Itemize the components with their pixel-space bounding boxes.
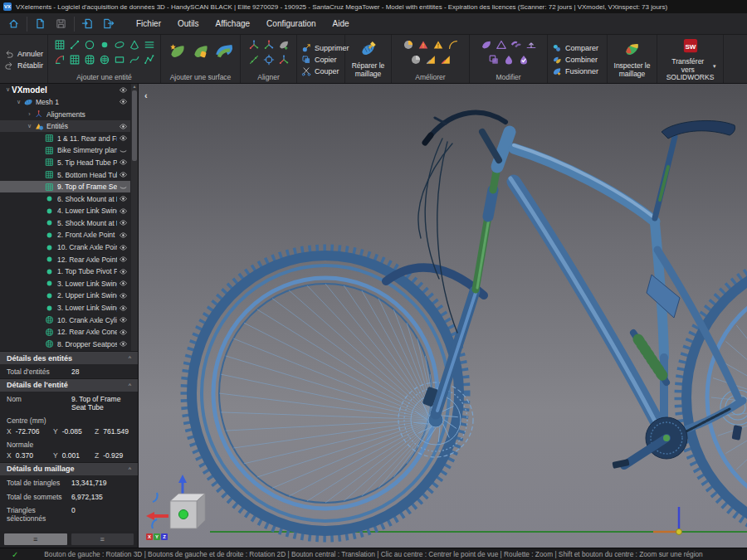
eye-open-icon[interactable] (117, 231, 129, 240)
align-surface-icon[interactable] (276, 37, 291, 52)
sidebar-collapse-button[interactable]: ‹ (144, 90, 148, 100)
eye-open-icon[interactable] (117, 218, 129, 227)
chevron-down-icon[interactable]: ∨ (15, 99, 22, 105)
surface-auto-icon[interactable] (166, 37, 189, 66)
tree-item-10-crank-axle-point[interactable]: 10. Crank Axle Point (0, 241, 130, 254)
eye-open-icon[interactable] (117, 315, 129, 324)
tree-item-4-lower-link-swing[interactable]: 4. Lower Link Swing (0, 205, 130, 217)
modify-drop-icon[interactable] (501, 52, 516, 67)
export-icon[interactable] (98, 15, 119, 33)
tree-item-5-bottom-head-tub[interactable]: 5. Bottom Head Tub (0, 168, 130, 181)
improve-decimate-icon[interactable] (423, 52, 438, 67)
menu-outils[interactable]: Outils (170, 16, 207, 32)
tree-item-vxmodel[interactable]: ∨VXmodel (0, 84, 130, 96)
eye-open-icon[interactable] (117, 255, 129, 264)
eye-open-icon[interactable] (117, 328, 129, 337)
tree-item-bike-simmetry-plane[interactable]: Bike Simmetry plane (0, 144, 130, 157)
chevron-right-icon[interactable]: › (26, 111, 33, 117)
tree-item-1-11-rear-and-fro[interactable]: 1 & 11. Rear and Fro (0, 132, 130, 144)
comparer-button[interactable]: Comparer (549, 43, 605, 54)
entities-details-header[interactable]: Détails des entités ^ (0, 351, 138, 364)
entity-rectangle-icon[interactable] (112, 52, 127, 67)
improve-defect-icon[interactable] (416, 37, 431, 52)
modify-check-icon[interactable] (516, 52, 531, 67)
modify-separate-icon[interactable] (509, 37, 524, 52)
menu-configuration[interactable]: Configuration (259, 16, 323, 32)
eye-open-icon[interactable] (117, 122, 129, 131)
tree-item-12-rear-axle-point[interactable]: 12. Rear Axle Point (0, 253, 130, 265)
tree-item-3-lower-link-swing[interactable]: 3. Lower Link Swing (0, 302, 130, 314)
entity-plane-icon[interactable] (52, 37, 67, 52)
modify-patch-icon[interactable] (479, 37, 494, 52)
chevron-down-icon[interactable]: ∨ (26, 123, 33, 129)
tab-tree-view[interactable]: ≡ (4, 533, 67, 545)
tree-item-10-crank-axle-cylin[interactable]: 10. Crank Axle Cylin (0, 314, 130, 326)
eye-open-icon[interactable] (117, 170, 129, 179)
improve-fill-hole-icon[interactable] (401, 37, 416, 52)
couper-button[interactable]: Couper (299, 66, 343, 77)
improve-spike-icon[interactable] (431, 37, 446, 52)
entity-ellipse-icon[interactable] (112, 37, 127, 52)
transfer-solidworks-button[interactable]: SW Transférer vers▾ SOLIDWORKS (665, 37, 716, 82)
tree-item-entites[interactable]: ∨Entités (0, 120, 130, 133)
surface-curved-icon[interactable] (212, 37, 236, 66)
annuler-button[interactable]: Annuler (2, 49, 46, 60)
tree-item-8-dropper-seatpost[interactable]: 8. Dropper Seatpost (0, 338, 130, 351)
tree-item-9-top-of-frame-seat[interactable]: 9. Top of Frame Seat (0, 181, 130, 193)
tree-item-2-front-axle-point[interactable]: 2. Front Axle Point (0, 229, 130, 241)
improve-refine-icon[interactable] (438, 52, 453, 67)
home-icon[interactable] (3, 15, 24, 33)
tree-item-2-upper-link-swing[interactable]: 2. Upper Link Swing (0, 290, 130, 302)
copier-button[interactable]: Copier (299, 55, 343, 66)
tree-item-5-tip-head-tube-pl[interactable]: 5. Tip Head Tube Pl (0, 157, 130, 169)
combiner-button[interactable]: Combiner (549, 55, 605, 66)
align-line-icon[interactable] (247, 52, 261, 67)
eye-open-icon[interactable] (117, 134, 129, 143)
eye-open-icon[interactable] (117, 85, 129, 95)
entity-grid-icon[interactable] (67, 52, 82, 67)
eye-closed-icon[interactable] (117, 183, 129, 192)
entity-point-icon[interactable] (97, 37, 112, 52)
import-icon[interactable] (77, 15, 98, 33)
entity-sphere-icon[interactable] (97, 52, 112, 67)
entity-arc-icon[interactable] (52, 52, 67, 67)
modify-boolean-icon[interactable] (486, 52, 501, 67)
tree-item-3-lower-link-swing[interactable]: 3. Lower Link Swing (0, 278, 130, 290)
chevron-down-icon[interactable]: ∨ (4, 86, 12, 93)
tab-list-view[interactable]: ≡ (71, 533, 134, 545)
menu-aide[interactable]: Aide (325, 16, 357, 32)
entity-roundgrid-icon[interactable] (82, 52, 97, 67)
inspect-mesh-button[interactable]: Inspecter le maillage (609, 37, 655, 82)
eye-open-icon[interactable] (117, 243, 129, 252)
eye-open-icon[interactable] (117, 207, 129, 216)
eye-open-icon[interactable] (117, 304, 129, 313)
improve-smooth-icon[interactable] (408, 52, 423, 67)
modify-level-icon[interactable] (524, 37, 539, 52)
align-triad-icon[interactable] (276, 52, 291, 67)
tree-item-alignements[interactable]: ›Alignements (0, 108, 130, 120)
eye-open-icon[interactable] (117, 291, 129, 300)
menu-affichage[interactable]: Affichage (208, 16, 258, 32)
align-target-icon[interactable] (261, 52, 276, 67)
entity-details-header[interactable]: Détails de l'entité ^ (0, 378, 138, 392)
new-file-icon[interactable] (30, 15, 51, 33)
entity-line-icon[interactable] (67, 37, 82, 52)
supprimer-button[interactable]: Supprimer (299, 43, 343, 54)
tree-item-mesh-1[interactable]: ∨Mesh 1 (0, 96, 130, 109)
eye-open-icon[interactable] (117, 267, 129, 276)
retablir-button[interactable]: Rétablir (2, 61, 46, 71)
fusionner-button[interactable]: Fusionner (549, 66, 605, 77)
eye-open-icon[interactable] (117, 158, 129, 167)
modify-triangle-icon[interactable] (494, 37, 509, 52)
align-points-icon[interactable] (247, 37, 261, 52)
tree-item-6-shock-mount-at-l[interactable]: 6. Shock Mount at L (0, 192, 130, 205)
scroll-up-icon[interactable]: ▲ (133, 84, 137, 89)
tree-scrollbar[interactable]: ▲ (131, 84, 138, 351)
eye-open-icon[interactable] (117, 339, 129, 348)
entity-polyline-icon[interactable] (142, 52, 157, 67)
surface-manual-icon[interactable] (189, 37, 212, 66)
save-file-icon[interactable] (51, 15, 71, 33)
tree-item-1-top-tube-pivot-po[interactable]: 1. Top Tube Pivot Po (0, 265, 130, 278)
entity-cone-icon[interactable] (127, 37, 142, 52)
mesh-details-header[interactable]: Détails du maillage ^ (0, 462, 138, 475)
